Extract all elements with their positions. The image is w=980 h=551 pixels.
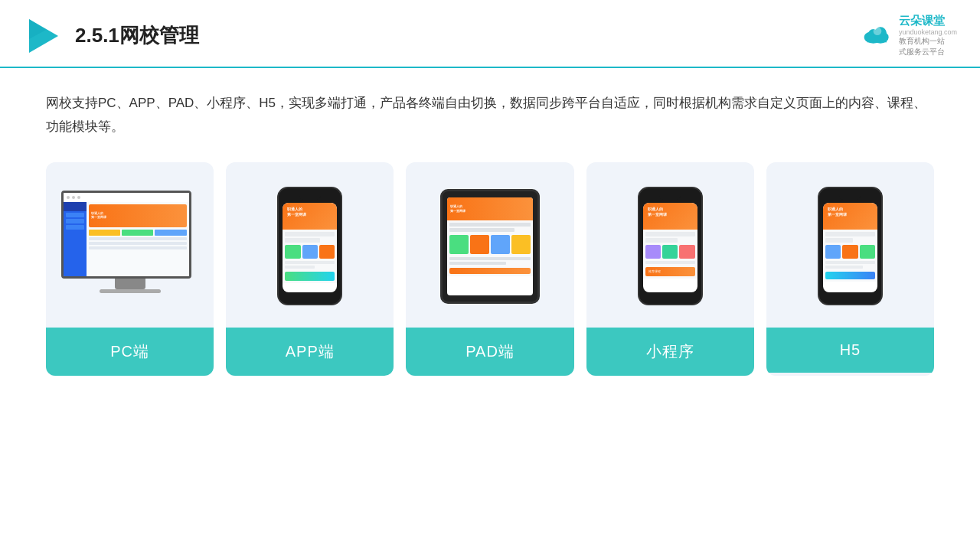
cards-container: 职通人的第一堂网课 [46,162,934,376]
brand-name: 云朵课堂 [899,14,945,28]
header: 2.5.1网校管理 云朵课堂 yunduoketang.com 教育机构一站式服… [0,0,980,68]
app-card: 职通人的第一堂网课 [226,162,394,376]
app-preview: 职通人的第一堂网课 [234,178,386,315]
h5-phone-mockup: 职通人的第一堂网课 [818,187,883,305]
brand-url: yunduoketang.com [899,28,957,36]
pad-label: PAD端 [406,328,573,376]
cloud-icon [862,23,893,49]
h5-card: 职通人的第一堂网课 [766,162,934,376]
miniprogram-preview: 职通人的第一堂网课 推荐课程 [594,178,746,315]
pc-mockup: 职通人的第一堂网课 [61,191,199,302]
pc-preview: 职通人的第一堂网课 [54,178,206,315]
pc-card: 职通人的第一堂网课 [46,162,214,376]
app-phone-mockup: 职通人的第一堂网课 [277,187,342,305]
main-content: 网校支持PC、APP、PAD、小程序、H5，实现多端打通，产品各终端自由切换，数… [0,68,980,391]
h5-label: H5 [766,328,934,373]
brand-info: 云朵课堂 yunduoketang.com 教育机构一站式服务云平台 [899,14,957,57]
pc-label: PC端 [46,328,214,376]
miniprogram-card: 职通人的第一堂网课 推荐课程 [586,162,754,376]
description-text: 网校支持PC、APP、PAD、小程序、H5，实现多端打通，产品各终端自由切换，数… [46,91,934,139]
page-title: 2.5.1网校管理 [75,22,199,49]
miniprogram-label: 小程序 [586,328,754,376]
pad-card: 职通人的第一堂网课 [406,162,573,376]
pad-preview: 职通人的第一堂网课 [413,178,566,315]
h5-preview: 职通人的第一堂网课 [774,178,926,315]
tablet-mockup: 职通人的第一堂网课 [440,189,540,304]
svg-rect-6 [867,37,887,42]
app-label: APP端 [226,328,394,376]
svg-point-7 [874,27,882,35]
brand-tagline: 教育机构一站式服务云平台 [899,36,945,57]
miniprogram-phone-mockup: 职通人的第一堂网课 推荐课程 [638,187,703,305]
brand-logo: 云朵课堂 yunduoketang.com 教育机构一站式服务云平台 [862,14,957,57]
play-icon [23,16,63,56]
header-left: 2.5.1网校管理 [23,16,199,56]
